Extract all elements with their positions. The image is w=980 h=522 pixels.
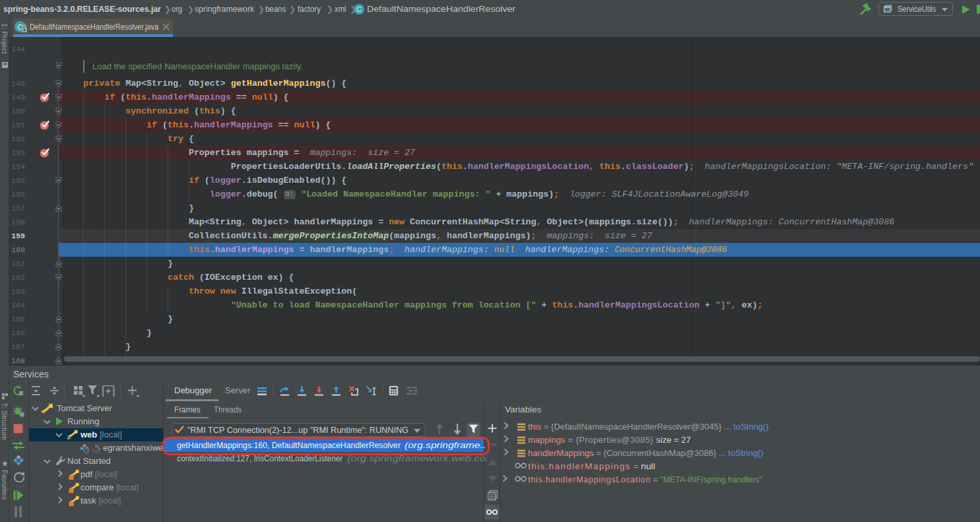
svg-text:C: C	[356, 5, 362, 13]
